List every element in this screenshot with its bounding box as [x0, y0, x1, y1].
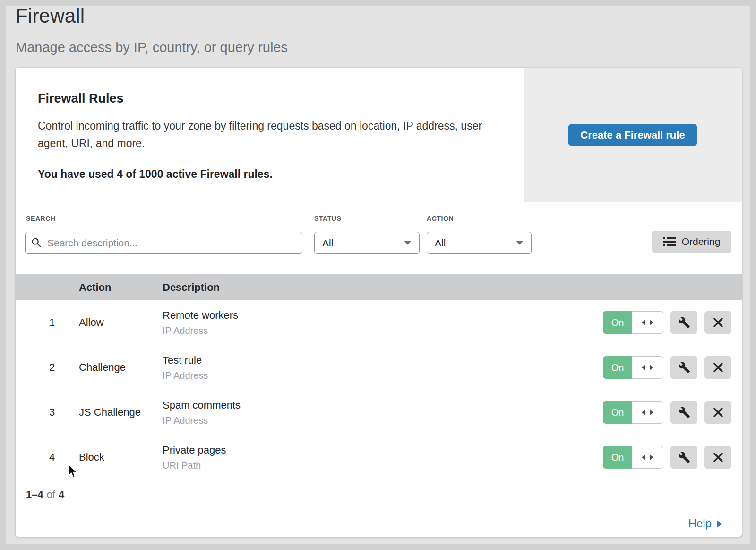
status-select[interactable]: All [314, 232, 420, 254]
rule-action: Block [79, 451, 104, 463]
toggle-arrows-icon [650, 365, 653, 370]
rule-enabled-toggle[interactable]: On [603, 401, 663, 424]
toggle-on-label: On [603, 446, 632, 469]
close-icon [713, 407, 724, 418]
card-description: Control incoming traffic to your zone by… [38, 117, 496, 152]
card-aside-panel: Create a Firewall rule [524, 68, 742, 202]
wrench-icon [678, 451, 690, 463]
rule-description: Private pages [163, 444, 226, 456]
rules-rows: 1 Allow Remote workers IP Address On [16, 300, 742, 480]
toggle-arrows-icon [650, 320, 653, 325]
rule-enabled-toggle[interactable]: On [603, 356, 663, 379]
rule-description: Spam comments [163, 399, 241, 411]
delete-rule-button[interactable] [704, 311, 731, 334]
card-intro-text: Firewall Rules Control incoming traffic … [16, 68, 524, 202]
rule-description-block: Test rule IP Address [163, 354, 208, 381]
rule-description: Remote workers [163, 309, 238, 322]
rule-row: 3 JS Challenge Spam comments IP Address … [16, 390, 742, 435]
toggle-arrows-icon [642, 410, 645, 415]
toggle-arrows-icon [642, 320, 645, 325]
create-firewall-rule-button[interactable]: Create a Firewall rule [568, 124, 696, 146]
rule-description-block: Private pages URI Path [163, 444, 226, 471]
pagination-bar: 1–4of4 [16, 480, 742, 509]
chevron-down-icon [404, 241, 412, 245]
toggle-handle[interactable] [632, 311, 663, 334]
help-link[interactable]: Help [688, 517, 722, 530]
help-bar: Help [16, 509, 742, 537]
edit-rule-button[interactable] [670, 401, 697, 424]
firewall-rules-card: Firewall Rules Control incoming traffic … [16, 68, 742, 537]
search-input[interactable] [25, 232, 302, 254]
chevron-down-icon [516, 241, 524, 245]
wrench-icon [678, 361, 690, 374]
toggle-arrows-icon [650, 410, 653, 415]
rule-match-type: IP Address [163, 370, 208, 381]
rule-controls: On [603, 401, 731, 424]
rule-priority: 3 [44, 406, 60, 419]
edit-rule-button[interactable] [670, 311, 697, 334]
delete-rule-button[interactable] [704, 401, 731, 424]
rule-priority: 1 [44, 316, 60, 329]
page-title: Firewall [16, 5, 288, 27]
search-label: SEARCH [26, 215, 56, 222]
toggle-arrows-icon [650, 454, 653, 460]
toggle-arrows-icon [642, 365, 645, 370]
rule-match-type: URI Path [163, 460, 226, 471]
action-label: ACTION [427, 215, 454, 222]
rule-match-type: IP Address [163, 325, 238, 336]
pagination-of-text: of [47, 489, 55, 500]
edit-rule-button[interactable] [670, 446, 697, 469]
rule-enabled-toggle[interactable]: On [603, 311, 663, 334]
action-select[interactable]: All [427, 232, 532, 254]
toggle-on-label: On [603, 311, 632, 334]
toggle-handle[interactable] [632, 446, 663, 469]
column-header-description: Description [163, 281, 220, 294]
page-subtitle: Manage access by IP, country, or query r… [16, 40, 288, 55]
delete-rule-button[interactable] [704, 356, 731, 379]
rule-priority: 2 [44, 361, 60, 374]
status-label: STATUS [314, 215, 342, 222]
search-field-wrap [25, 232, 302, 254]
filter-bar: SEARCH STATUS All ACTION All [16, 202, 742, 274]
rule-description-block: Spam comments IP Address [163, 399, 241, 426]
toggle-handle[interactable] [632, 401, 663, 424]
rule-controls: On [603, 356, 731, 379]
toggle-handle[interactable] [632, 356, 663, 379]
wrench-icon [678, 406, 690, 419]
ordering-button-label: Ordering [682, 236, 721, 247]
help-arrow-icon [717, 520, 722, 528]
rule-row: 2 Challenge Test rule IP Address On [16, 345, 742, 390]
column-header-action: Action [79, 281, 111, 294]
rule-row: 4 Block Private pages URI Path On [16, 435, 742, 480]
rule-action: Allow [79, 316, 104, 329]
pagination-range: 1–4of4 [26, 489, 64, 501]
table-header: Action Description [16, 274, 742, 300]
close-icon [713, 362, 724, 373]
ordering-button[interactable]: Ordering [652, 231, 731, 253]
rule-description: Test rule [163, 354, 208, 367]
rule-description-block: Remote workers IP Address [163, 309, 238, 336]
rule-action: Challenge [79, 361, 126, 374]
search-icon [31, 237, 42, 248]
delete-rule-button[interactable] [704, 446, 731, 469]
close-icon [713, 317, 724, 328]
ordering-list-icon [663, 236, 676, 247]
rule-priority: 4 [44, 451, 60, 463]
pagination-range-start: 1–4 [26, 489, 43, 500]
page-header: Firewall Manage access by IP, country, o… [16, 5, 288, 55]
rule-controls: On [603, 311, 731, 334]
rule-controls: On [603, 446, 731, 469]
toggle-arrows-icon [642, 454, 645, 460]
close-icon [713, 452, 724, 463]
edit-rule-button[interactable] [670, 356, 697, 379]
card-heading: Firewall Rules [38, 91, 524, 106]
toggle-on-label: On [603, 356, 632, 379]
pagination-total: 4 [59, 489, 64, 500]
rule-action: JS Challenge [79, 406, 141, 419]
rule-match-type: IP Address [163, 415, 241, 426]
wrench-icon [678, 316, 690, 329]
rule-enabled-toggle[interactable]: On [603, 446, 663, 469]
card-intro-section: Firewall Rules Control incoming traffic … [16, 68, 742, 202]
usage-note: You have used 4 of 1000 active Firewall … [38, 168, 524, 181]
status-select-value: All [322, 237, 333, 249]
